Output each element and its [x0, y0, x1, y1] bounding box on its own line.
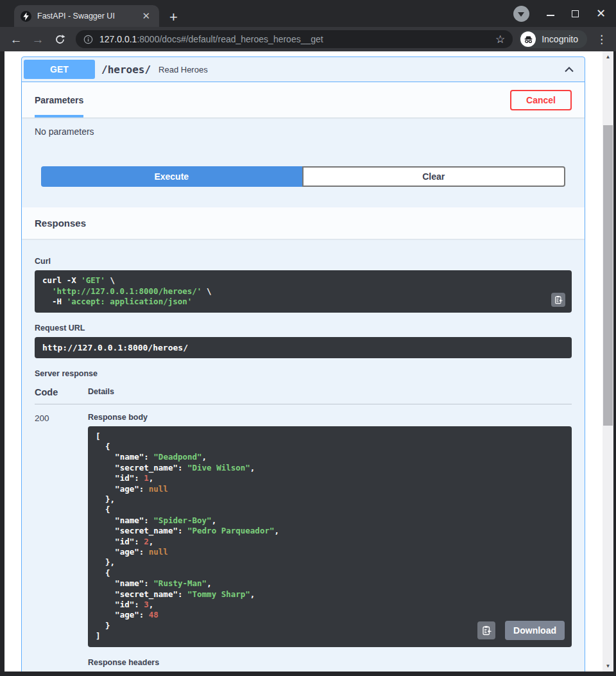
new-tab-button[interactable]: + — [169, 10, 178, 24]
maximize-button[interactable] — [572, 10, 579, 17]
response-body-json[interactable]: [ { "name": "Deadpond", "secret_name": "… — [88, 426, 572, 647]
request-url-label: Request URL — [35, 324, 572, 333]
clipboard-icon — [481, 625, 492, 636]
scrollbar[interactable]: ▲ ▼ — [603, 51, 613, 672]
reload-button[interactable] — [50, 34, 69, 45]
incognito-icon — [520, 31, 536, 47]
responses-title: Responses — [35, 218, 86, 229]
response-body-label: Response body — [88, 413, 572, 422]
browser-menu-icon[interactable]: ⋮ — [596, 33, 607, 46]
response-body-controls: Download — [477, 621, 565, 640]
scrollbar-thumb[interactable] — [603, 125, 613, 426]
copy-response-button[interactable] — [477, 621, 495, 639]
details-column-header: Details — [88, 387, 114, 397]
down-arrow-icon — [518, 12, 524, 17]
url-path: :8000/docs#/default/read_heroes_heroes__… — [137, 34, 323, 44]
tab-close-icon[interactable]: ✕ — [139, 10, 153, 22]
operation-summary[interactable]: GET /heroes/ Read Heroes — [22, 57, 585, 82]
request-url-value: http://127.0.0.1:8000/heroes/ — [35, 337, 572, 358]
no-parameters-text: No parameters — [35, 126, 572, 137]
parameters-header: Parameters Cancel — [22, 82, 585, 117]
fastapi-favicon-icon — [21, 11, 31, 22]
endpoint-path: /heroes/ — [101, 64, 151, 76]
request-url-block: http://127.0.0.1:8000/heroes/ — [35, 337, 572, 358]
browser-titlebar: FastAPI - Swagger UI ✕ + ✕ — [0, 0, 616, 27]
curl-command-block: curl -X 'GET' \ 'http://127.0.0.1:8000/h… — [35, 270, 572, 313]
status-code: 200 — [35, 413, 88, 672]
url-host: 127.0.0.1 — [99, 34, 137, 44]
window-controls: ✕ — [513, 0, 606, 27]
url-bar[interactable]: 127.0.0.1:8000/docs#/default/read_heroes… — [76, 30, 513, 48]
copy-curl-button[interactable] — [551, 293, 565, 307]
curl-command[interactable]: curl -X 'GET' \ 'http://127.0.0.1:8000/h… — [35, 270, 572, 313]
scroll-up-arrow[interactable]: ▲ — [603, 54, 613, 60]
minimize-button[interactable] — [547, 15, 554, 16]
parameters-body: No parameters Execute Clear — [22, 117, 585, 207]
cancel-button[interactable]: Cancel — [510, 90, 572, 110]
server-response-label: Server response — [35, 369, 572, 378]
table-divider — [35, 404, 572, 404]
swagger-content: GET /heroes/ Read Heroes Parameters Canc… — [4, 51, 603, 672]
response-row-200: 200 Response body [ { "name": "Deadpond"… — [35, 413, 572, 672]
opblock-get-heroes: GET /heroes/ Read Heroes Parameters Canc… — [21, 56, 585, 672]
method-badge: GET — [24, 60, 95, 79]
bookmark-star-icon[interactable]: ☆ — [495, 33, 505, 46]
browser-update-icon[interactable] — [513, 6, 529, 22]
download-button[interactable]: Download — [505, 621, 565, 640]
responses-header: Responses — [22, 207, 585, 239]
execute-row: Execute Clear — [41, 166, 565, 187]
collapse-chevron-icon[interactable] — [563, 63, 576, 76]
incognito-label: Incognito — [542, 34, 578, 44]
browser-toolbar: ← → 127.0.0.1:8000/docs#/default/read_he… — [0, 27, 616, 51]
close-button[interactable]: ✕ — [596, 8, 606, 19]
clear-button[interactable]: Clear — [302, 166, 566, 187]
incognito-badge: Incognito — [519, 30, 587, 48]
clipboard-icon — [554, 295, 563, 304]
browser-tab[interactable]: FastAPI - Swagger UI ✕ — [14, 5, 159, 27]
response-table-header: Code Details — [35, 387, 572, 397]
scroll-down-arrow[interactable]: ▼ — [603, 663, 613, 669]
tab-parameters[interactable]: Parameters — [35, 82, 83, 117]
tab-title: FastAPI - Swagger UI — [37, 12, 115, 21]
curl-label: Curl — [35, 257, 572, 266]
code-column-header: Code — [35, 387, 88, 397]
forward-button[interactable]: → — [28, 33, 47, 46]
endpoint-summary: Read Heroes — [158, 65, 208, 74]
response-details: Response body [ { "name": "Deadpond", "s… — [88, 413, 572, 672]
response-body-block: [ { "name": "Deadpond", "secret_name": "… — [88, 426, 572, 647]
browser-window: FastAPI - Swagger UI ✕ + ✕ ← → — [0, 0, 616, 676]
page-viewport: GET /heroes/ Read Heroes Parameters Canc… — [0, 51, 616, 676]
responses-body: Curl curl -X 'GET' \ 'http://127.0.0.1:8… — [22, 239, 585, 672]
back-button[interactable]: ← — [6, 33, 26, 46]
reload-icon — [55, 34, 65, 45]
execute-button[interactable]: Execute — [41, 166, 302, 187]
site-info-icon[interactable] — [83, 35, 93, 44]
response-headers-label: Response headers — [88, 658, 572, 667]
